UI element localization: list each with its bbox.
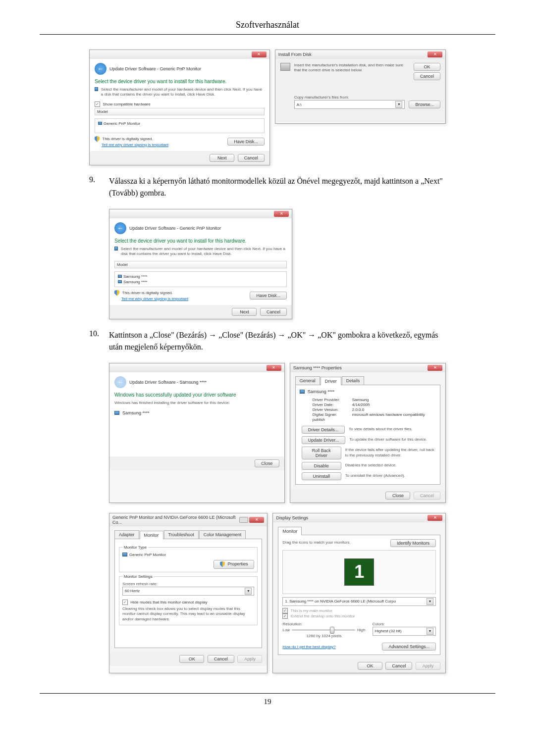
- monitor-select-value: 1. Samsung **** on NVIDIA GeForce 6600 L…: [285, 599, 396, 604]
- dialog-footer: Next Cancel: [109, 305, 292, 319]
- next-button[interactable]: Next: [210, 154, 234, 162]
- close-icon[interactable]: ✕: [428, 51, 442, 57]
- refresh-rate-combo[interactable]: 60 Hertz ▼: [122, 587, 254, 596]
- close-button[interactable]: Close: [385, 492, 410, 500]
- help-icon[interactable]: [239, 517, 248, 523]
- install-from-disk-dialog: Install From Disk ✕ Insert the manufactu…: [275, 50, 446, 124]
- ok-button[interactable]: OK: [358, 662, 382, 670]
- chevron-down-icon[interactable]: ▼: [427, 628, 433, 635]
- back-arrow-icon[interactable]: ←: [114, 222, 126, 234]
- cancel-button[interactable]: Cancel: [208, 655, 234, 663]
- hide-modes-checkbox[interactable]: ✓: [122, 600, 128, 605]
- close-icon[interactable]: ✕: [274, 211, 289, 217]
- uninstall-button[interactable]: Uninstall: [302, 472, 341, 480]
- row-3: ✕ ← Update Driver Software - Samsung ***…: [109, 363, 446, 503]
- colors-combo[interactable]: Highest (32 bit) ▼: [373, 627, 436, 636]
- tab-troubleshoot[interactable]: Troubleshoot: [164, 530, 199, 539]
- back-arrow-icon[interactable]: ←: [95, 63, 107, 75]
- dialog-titlebar: Samsung **** Properties ✕: [290, 363, 445, 372]
- refresh-rate-value: 60 Hertz: [125, 589, 140, 593]
- close-icon[interactable]: ✕: [428, 365, 442, 371]
- device-name: Samsung ****: [122, 410, 150, 415]
- best-display-link[interactable]: How do I get the best display?: [282, 645, 335, 649]
- success-desc: Windows has finished installing the driv…: [114, 401, 279, 405]
- tab-adapter[interactable]: Adapter: [114, 530, 139, 539]
- dialog-footer: Close: [109, 456, 284, 470]
- rollback-button[interactable]: Roll Back Driver: [302, 447, 341, 459]
- device-name: Samsung ****: [308, 389, 335, 394]
- version-label: Driver Version:: [313, 407, 352, 412]
- dialog-titlebar: ✕: [90, 50, 269, 59]
- step-text: Kattintson a „Close" (Bezárás) → „Close"…: [109, 329, 446, 353]
- cancel-button[interactable]: Cancel: [385, 662, 412, 670]
- main-monitor-checkbox: ✓: [282, 608, 288, 613]
- display-settings-dialog: Display Settings ✕ Monitor Drag the icon…: [272, 513, 446, 674]
- model-item-label: Generic PnP Monitor: [104, 121, 140, 126]
- signer-label: Digital Signer:: [313, 412, 352, 417]
- dialog-description: Select the manufacturer and model of you…: [101, 87, 265, 98]
- chevron-down-icon[interactable]: ▼: [427, 598, 433, 605]
- colors-label: Colors:: [373, 622, 436, 627]
- cancel-button[interactable]: Cancel: [260, 308, 287, 316]
- dialog-title-text: Samsung **** Properties: [293, 365, 342, 370]
- close-icon[interactable]: ✕: [249, 517, 264, 523]
- properties-button[interactable]: Properties: [214, 560, 255, 569]
- properties-dialog: Samsung **** Properties ✕ General Driver…: [290, 363, 446, 503]
- close-icon[interactable]: ✕: [252, 51, 267, 57]
- page-header: Szoftverhasználat: [40, 20, 495, 35]
- resolution-slider[interactable]: [292, 627, 355, 634]
- update-success-dialog: ✕ ← Update Driver Software - Samsung ***…: [109, 363, 285, 503]
- close-icon[interactable]: ✕: [267, 365, 281, 371]
- step-text: Válassza ki a képernyőn látható monitorm…: [109, 175, 446, 199]
- driver-details-button[interactable]: Driver Details...: [302, 426, 345, 434]
- chevron-down-icon[interactable]: ▼: [395, 101, 402, 108]
- tab-color-mgmt[interactable]: Color Management: [199, 530, 246, 539]
- browse-button[interactable]: Browse...: [409, 101, 440, 108]
- apply-button: Apply: [237, 655, 262, 663]
- next-button[interactable]: Next: [232, 308, 257, 316]
- model-list[interactable]: Samsung **** Samsung ****: [114, 271, 287, 287]
- tab-row: Adapter Monitor Troubleshoot Color Manag…: [114, 530, 262, 539]
- ok-button[interactable]: OK: [414, 63, 440, 71]
- model-item[interactable]: Samsung ****: [117, 274, 284, 279]
- ok-button[interactable]: OK: [179, 655, 204, 663]
- drag-icons-text: Drag the icons to match your monitors.: [282, 540, 350, 545]
- chevron-down-icon[interactable]: ▼: [245, 588, 252, 595]
- model-item[interactable]: Generic PnP Monitor: [97, 121, 262, 126]
- monitor-icon: [114, 247, 118, 251]
- hide-modes-label: Hide modes that this monitor cannot disp…: [130, 600, 207, 605]
- close-button[interactable]: Close: [255, 459, 279, 467]
- identify-monitors-button[interactable]: Identify Monitors: [390, 539, 436, 547]
- cancel-button[interactable]: Cancel: [238, 154, 265, 162]
- version-value: 2.0.0.0: [352, 407, 364, 412]
- show-compat-checkbox[interactable]: ✓: [95, 101, 100, 107]
- model-item[interactable]: Samsung ****: [117, 279, 284, 285]
- close-icon[interactable]: ✕: [428, 515, 442, 521]
- cancel-button[interactable]: Cancel: [414, 72, 440, 80]
- tab-details[interactable]: Details: [342, 376, 365, 385]
- monitor-thumbnail[interactable]: 1: [344, 558, 374, 586]
- monitor-icon: [122, 553, 127, 556]
- tab-general[interactable]: General: [295, 376, 320, 385]
- have-disk-button[interactable]: Have Disk...: [250, 292, 287, 300]
- cancel-button: Cancel: [414, 492, 440, 500]
- signing-link[interactable]: Tell me why driver signing is important: [121, 297, 188, 301]
- signing-link[interactable]: Tell me why driver signing is important: [102, 143, 168, 147]
- show-compat-label: Show compatible hardware: [103, 101, 151, 106]
- have-disk-button[interactable]: Have Disk...: [227, 138, 265, 146]
- dialog-heading: Select the device driver you want to ins…: [114, 238, 287, 244]
- drive-combo[interactable]: A:\ ▼: [294, 100, 405, 109]
- provider-value: Samsung: [352, 398, 369, 402]
- step-10: 10. Kattintson a „Close" (Bezárás) → „Cl…: [89, 329, 446, 353]
- update-driver-button[interactable]: Update Driver...: [302, 436, 346, 444]
- dialog-heading: Select the device driver you want to ins…: [95, 79, 265, 84]
- tab-driver[interactable]: Driver: [321, 377, 341, 385]
- tab-monitor[interactable]: Monitor: [278, 527, 302, 535]
- monitor-select-combo[interactable]: 1. Samsung **** on NVIDIA GeForce 6600 L…: [282, 597, 436, 606]
- model-list[interactable]: Generic PnP Monitor: [95, 118, 265, 133]
- advanced-settings-button[interactable]: Advanced Settings...: [382, 643, 436, 651]
- step-number: 10.: [89, 329, 102, 353]
- monitor-icon: [300, 390, 305, 394]
- tab-monitor[interactable]: Monitor: [140, 531, 163, 539]
- disable-button[interactable]: Disable: [302, 462, 341, 470]
